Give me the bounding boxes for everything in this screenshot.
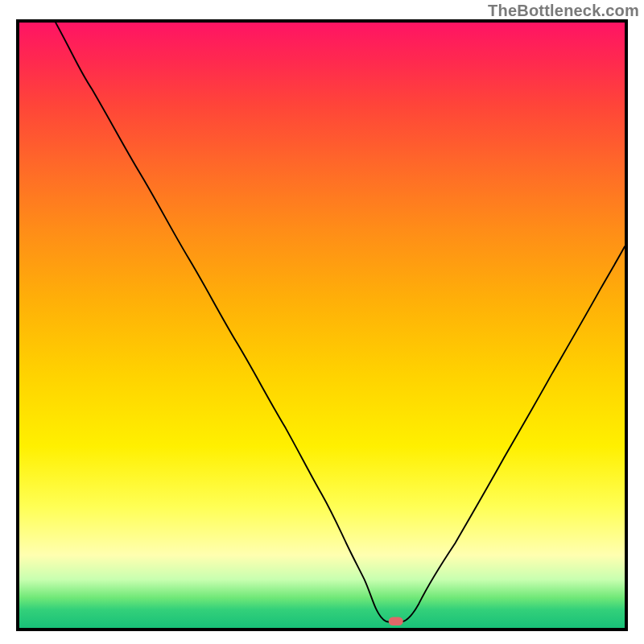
min-marker xyxy=(389,617,403,625)
chart-container: TheBottleneck.com xyxy=(0,0,644,644)
bottleneck-curve xyxy=(56,23,625,621)
plot-frame xyxy=(16,19,628,631)
curve-layer xyxy=(19,23,625,628)
watermark-text: TheBottleneck.com xyxy=(488,2,639,20)
